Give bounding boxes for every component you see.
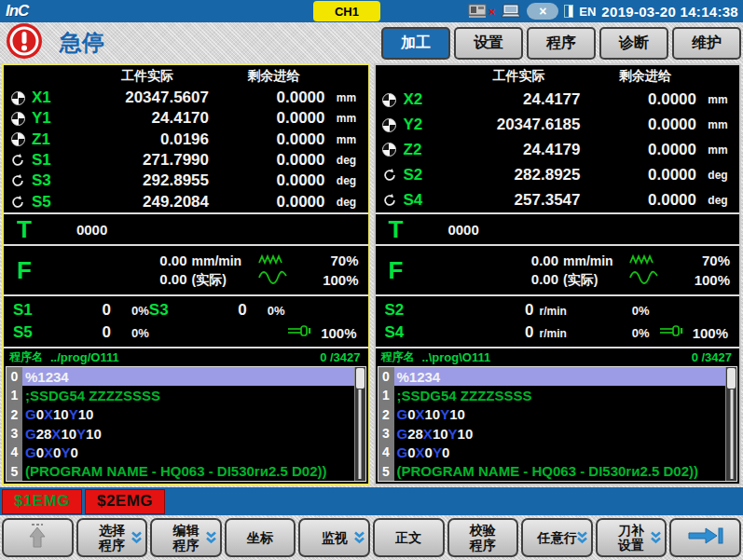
axis-actual-value: 257.3547 (458, 191, 581, 210)
softkey-label: 设置 (618, 538, 644, 553)
line-number: 5 (7, 462, 22, 481)
softkey-刀补设置[interactable]: 刀补设置 (596, 518, 667, 557)
line-text: %1234 (22, 367, 354, 386)
spindle-tool-icon (659, 324, 685, 341)
language-indicator[interactable]: EN (579, 5, 596, 19)
axis-remain-value: 0.0000 (223, 109, 325, 128)
softkey-label: 刀补 (618, 523, 644, 538)
code-segment: Y (448, 426, 458, 442)
spindle-S4: S40r/min0% (385, 323, 650, 342)
feed-value-line: 0.00(实际) (510, 271, 616, 289)
override-percent: 70% (702, 253, 730, 268)
override-percent: 100% (323, 272, 358, 288)
channel-tab[interactable]: CH1 (313, 1, 380, 21)
softkey-next-arrow[interactable] (669, 518, 741, 557)
nav-tabs: 加工设置程序诊断维护 (378, 27, 743, 60)
axis-remain-value: 0.0000 (223, 171, 325, 190)
softkey-label: 编辑 (172, 523, 199, 538)
topbar: InC CH1 × × EN 2019-03-20 14:14:38 (0, 0, 743, 22)
scrollbar-thumb[interactable] (727, 368, 736, 389)
program-line[interactable]: 3G28 X10 Y10 (7, 424, 354, 443)
hnc-logo: InC (6, 2, 28, 20)
linear-axis-glyph (11, 132, 25, 146)
softkey-up-arrow[interactable] (2, 518, 74, 557)
rotary-axis-icon (382, 193, 397, 208)
spindle-line: S500%100% (13, 323, 357, 342)
program-line[interactable]: 3G28 X10 Y10 (378, 424, 726, 443)
axis-remain-value: 0.0000 (223, 130, 325, 149)
channel-1-panel: 工件实际 剩余进给 X120347.56070.0000mmY124.41700… (2, 63, 370, 485)
tab-程序[interactable]: 程序 (527, 27, 596, 60)
close-icon[interactable]: × (527, 3, 558, 20)
axis-name: S3 (32, 171, 86, 190)
tab-诊断[interactable]: 诊断 (599, 27, 668, 60)
code-segment: 0 (407, 406, 415, 422)
axis-row-Z1: Z10.01960.0000mm (4, 130, 368, 150)
program-line[interactable]: 0%1234 (7, 367, 354, 386)
softkey-label: 选择 (99, 523, 125, 538)
axis-row-Y2: Y220347.61850.0000mm (376, 113, 740, 138)
code-segment: X (44, 406, 53, 422)
axis-unit: deg (325, 174, 368, 187)
rapid-wave-icon (258, 252, 284, 268)
softkey-监视[interactable]: 监视 (298, 518, 370, 557)
chevron-down-icon (205, 531, 217, 545)
axis-rows: X120347.56070.0000mmY124.41700.0000mmZ10… (4, 88, 368, 212)
remain-column-header: 剩余进给 (223, 68, 325, 85)
program-line[interactable]: 1;SSDG54 ZZZZSSSS (7, 386, 354, 404)
linear-axis-icon (382, 93, 396, 107)
tab-维护[interactable]: 维护 (672, 27, 741, 60)
axis-remain-value: 0.0000 (594, 141, 696, 159)
spindle-speed: 0 (60, 323, 111, 342)
program-line[interactable]: 4G0 X0 Y0 (7, 443, 354, 461)
scrollbar-thumb[interactable] (356, 368, 365, 389)
program-name-label: 程序名 (381, 349, 415, 365)
feed-value-line: 0.00mm/min (510, 253, 616, 268)
axis-unit: mm (696, 93, 739, 106)
code-segment: G (397, 444, 408, 460)
code-segment: Y (433, 444, 442, 460)
program-line[interactable]: 0%1234 (378, 367, 726, 386)
spindle-override-percent: 100% (693, 325, 728, 341)
code-segment: G (25, 426, 36, 442)
topbar-status-area: × × EN 2019-03-20 14:14:38 (468, 3, 743, 20)
code-segment: X (44, 444, 53, 460)
axis-unit: mm (325, 112, 368, 125)
program-lines: 0%12341;SSDG54 ZZZZSSSS2G0 X10 Y103G28 X… (7, 367, 354, 481)
softkey-正文[interactable]: 正文 (373, 518, 445, 557)
axis-remain-value: 0.0000 (594, 90, 696, 109)
program-scrollbar[interactable] (725, 367, 736, 481)
program-line[interactable]: 2G0 X10 Y10 (7, 405, 354, 424)
code-segment: 10 (61, 426, 76, 442)
tab-加工[interactable]: 加工 (381, 27, 450, 60)
tab-设置[interactable]: 设置 (454, 27, 523, 60)
softkey-编辑程序[interactable]: 编辑程序 (150, 518, 222, 557)
axis-remain-value: 0.0000 (223, 193, 325, 212)
program-line[interactable]: 4G0 X0 Y0 (378, 443, 726, 461)
code-segment: G (25, 406, 36, 422)
code-segment: 10 (458, 426, 474, 442)
softkey-坐标[interactable]: 坐标 (225, 518, 296, 557)
program-line[interactable]: 5(PROGRAM NAME - HQ063 - DI530rи2.5 D02)… (378, 462, 726, 481)
program-scrollbar[interactable] (354, 367, 365, 481)
spindle-unit: r/min (534, 305, 567, 318)
spindle-speed: 0 (196, 301, 247, 320)
softkey-任意行[interactable]: 任意行 (521, 518, 593, 557)
softkey-选择程序[interactable]: 选择程序 (76, 518, 148, 557)
status-strip: $1EMG$2EMG (0, 487, 743, 515)
feed-unit: mm/min (187, 253, 245, 268)
datetime: 2019-03-20 14:14:38 (601, 4, 738, 20)
code-segment: G (25, 444, 36, 460)
program-line[interactable]: 1;SSDG54 ZZZZSSSS (378, 386, 726, 404)
machine-status-icon (468, 4, 487, 19)
axis-row-S1: S1271.79900.0000deg (4, 150, 368, 171)
program-line[interactable]: 5(PROGRAM NAME - HQ063 - DI530rи2.5 D02)… (7, 462, 354, 481)
softkey-label: 正文 (395, 530, 421, 545)
axis-unit: mm (325, 91, 368, 104)
softkey-校验程序[interactable]: 校验程序 (447, 518, 519, 557)
axis-name: X1 (32, 89, 86, 107)
axis-unit: mm (696, 143, 739, 157)
emergency-stop-icon (6, 22, 43, 63)
spindle-override: 100% (659, 324, 728, 341)
program-line[interactable]: 2G0 X10 Y10 (378, 405, 726, 424)
